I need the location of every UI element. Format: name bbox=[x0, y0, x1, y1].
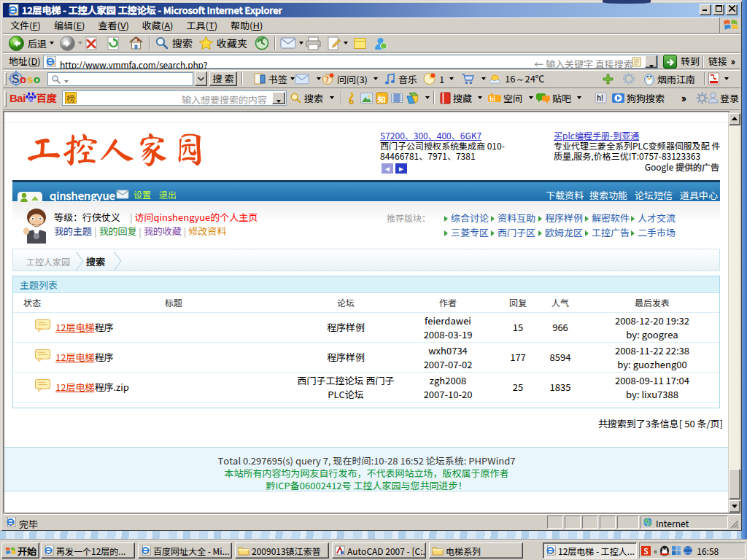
svg-text:知: 知 bbox=[377, 92, 386, 104]
svg-text:du: du bbox=[28, 96, 34, 101]
svg-text:o: o bbox=[20, 73, 26, 85]
svg-text:?: ? bbox=[325, 74, 329, 85]
svg-text:s: s bbox=[27, 73, 33, 85]
svg-text:h!: h! bbox=[597, 92, 603, 103]
svg-text:o: o bbox=[34, 73, 40, 85]
svg-text:S: S bbox=[12, 73, 20, 85]
svg-text:hi: hi bbox=[489, 93, 495, 103]
